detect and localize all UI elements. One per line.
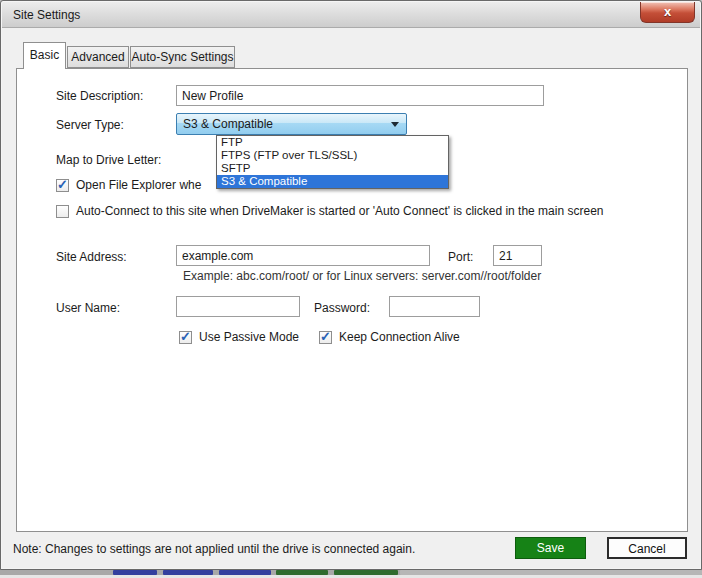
tab-basic[interactable]: Basic	[23, 42, 66, 69]
open-explorer-label: Open File Explorer whe	[76, 178, 201, 192]
option-sftp[interactable]: SFTP	[217, 162, 448, 175]
user-name-input[interactable]	[176, 296, 300, 317]
site-description-label: Site Description:	[56, 89, 143, 103]
titlebar[interactable]: Site Settings x	[2, 2, 700, 28]
option-ftps[interactable]: FTPS (FTP over TLS/SSL)	[217, 149, 448, 162]
chevron-down-icon	[391, 122, 399, 127]
use-passive-mode-checkbox[interactable]	[179, 331, 192, 344]
save-button[interactable]: Save	[515, 537, 586, 559]
close-button[interactable]: x	[640, 2, 695, 23]
option-s3-compatible[interactable]: S3 & Compatible	[217, 175, 448, 188]
window-title: Site Settings	[13, 8, 80, 22]
close-icon: x	[664, 4, 671, 19]
password-input[interactable]	[389, 296, 480, 317]
auto-connect-label: Auto-Connect to this site when DriveMake…	[76, 204, 603, 218]
site-settings-dialog: Site Settings x Basic Advanced Auto-Sync…	[0, 0, 702, 570]
server-type-options-list: FTP FTPS (FTP over TLS/SSL) SFTP S3 & Co…	[216, 135, 449, 189]
tab-basic-label: Basic	[30, 48, 59, 62]
map-drive-letter-label: Map to Drive Letter:	[56, 153, 161, 167]
port-label: Port:	[448, 250, 473, 264]
user-name-label: User Name:	[56, 301, 120, 315]
auto-connect-checkbox[interactable]	[56, 205, 69, 218]
server-type-dropdown[interactable]: S3 & Compatible	[176, 113, 407, 135]
port-input[interactable]	[493, 245, 542, 266]
site-address-label: Site Address:	[56, 250, 127, 264]
tab-auto-sync-settings[interactable]: Auto-Sync Settings	[130, 46, 235, 68]
address-example-hint: Example: abc.com/root/ or for Linux serv…	[183, 269, 541, 283]
open-explorer-checkbox[interactable]	[56, 179, 69, 192]
site-address-input[interactable]	[176, 245, 430, 266]
server-type-selected-value: S3 & Compatible	[183, 117, 273, 131]
tab-advanced-label: Advanced	[71, 50, 124, 64]
password-label: Password:	[314, 301, 370, 315]
keep-connection-alive-label: Keep Connection Alive	[339, 330, 460, 344]
tab-advanced[interactable]: Advanced	[67, 46, 129, 68]
keep-connection-alive-checkbox[interactable]	[319, 331, 332, 344]
option-ftp[interactable]: FTP	[217, 136, 448, 149]
tab-auto-sync-label: Auto-Sync Settings	[131, 50, 233, 64]
cancel-button[interactable]: Cancel	[607, 537, 687, 559]
server-type-label: Server Type:	[56, 118, 124, 132]
use-passive-mode-label: Use Passive Mode	[199, 330, 299, 344]
site-description-input[interactable]	[176, 85, 544, 106]
footer-note: Note: Changes to settings are not applie…	[13, 542, 415, 556]
